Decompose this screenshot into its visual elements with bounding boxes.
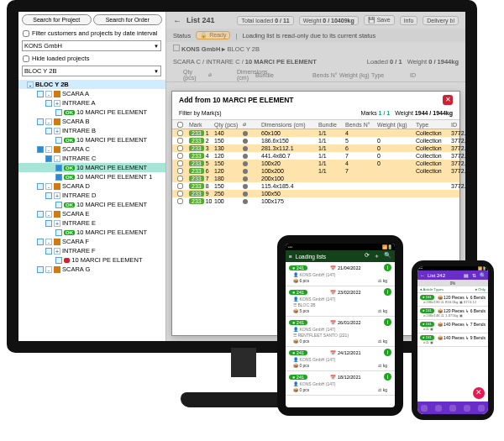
table-row[interactable]: 233 2150186.6x1501/150Collection3772.12 — [172, 137, 459, 144]
expand-icon[interactable]: - — [45, 239, 52, 245]
table-row[interactable]: 233 5150100x201/140Collection3772.38 — [172, 160, 459, 167]
tree-item[interactable]: +INTRARE E — [18, 218, 165, 228]
tree-item[interactable]: -SCARA E — [18, 209, 165, 218]
row-checkbox[interactable] — [177, 198, 183, 204]
tablet-list-item[interactable]: ● 241📅 18/12/2021i👤 KONS GmbH (147)📦 0 p… — [286, 371, 395, 396]
collapse-icon[interactable]: - — [27, 81, 34, 88]
row-checkbox[interactable] — [177, 191, 183, 197]
tablet-list-item[interactable]: ● 241📅 23/02/2022i👤 KONS GmbH (147)☰ BLO… — [286, 286, 395, 317]
info-icon[interactable]: i — [384, 264, 391, 271]
close-fab[interactable]: ✕ — [473, 387, 485, 399]
tree-checkbox-icon[interactable] — [45, 128, 52, 134]
tree-checkbox-icon[interactable] — [37, 118, 44, 125]
row-checkbox[interactable] — [177, 168, 183, 174]
tree-item[interactable]: +INTRARE B — [18, 126, 165, 135]
search-project-button[interactable]: Search for Project — [22, 14, 92, 25]
tree-checkbox-icon[interactable] — [37, 239, 44, 245]
filter-only[interactable]: ● Only — [475, 287, 486, 291]
tablet-list-item[interactable]: ● 241📅 21/04/2022i👤 KONS GmbH (147)📦 6 p… — [286, 262, 395, 286]
tree-item[interactable]: OK10 MARCI PE ELEMENT 1 — [18, 172, 165, 181]
tree-item[interactable]: +INTRARE D — [18, 191, 165, 200]
search-icon[interactable]: 🔍 — [480, 272, 486, 278]
tablet-list-item[interactable]: ● 241📅 24/12/2021i👤 KONS GmbH (147)📦 0 p… — [286, 347, 395, 371]
row-checkbox[interactable] — [177, 153, 183, 159]
project-select[interactable]: BLOC Y 2B ▼ — [22, 66, 161, 76]
tree-item[interactable]: OK10 MARCI PE ELEMENT — [18, 108, 165, 117]
tree-root[interactable]: - BLOC Y 2B — [18, 80, 165, 89]
expand-icon[interactable]: - — [45, 146, 52, 153]
tree-checkbox-icon[interactable] — [37, 91, 44, 97]
row-checkbox[interactable] — [177, 145, 183, 151]
tablet-list-item[interactable]: ● 241📅 26/01/2022i👤 KONS GmbH (147)☰ REN… — [286, 317, 395, 347]
phone-filter-row[interactable]: ● Article Types ● Only — [417, 286, 488, 293]
info-icon[interactable]: i — [384, 373, 391, 381]
tree-item[interactable]: -SCARA F — [18, 237, 165, 246]
tree-item[interactable]: 10 MARCI PE ELEMENT — [18, 255, 165, 265]
expand-icon[interactable]: - — [45, 183, 52, 190]
row-checkbox[interactable] — [177, 176, 183, 181]
nav-icon-2[interactable] — [435, 405, 442, 412]
hide-loaded-checkbox[interactable] — [23, 55, 29, 62]
tree-checkbox-icon[interactable] — [37, 146, 44, 153]
row-checkbox[interactable] — [177, 130, 183, 136]
refresh-icon[interactable]: ⟳ — [365, 252, 370, 260]
tree-item[interactable]: OK10 MARCI PE ELEMENT — [18, 228, 165, 237]
select-all-checkbox[interactable] — [177, 122, 183, 128]
tree-item[interactable]: OK10 MARCI PE ELEMENT — [18, 163, 165, 172]
expand-icon[interactable]: + — [54, 128, 60, 134]
table-row[interactable]: 233 3130281.3x112.11/160Collection3772.3… — [172, 144, 459, 152]
row-checkbox[interactable] — [177, 183, 183, 189]
tree-item[interactable]: OK10 MARCI PE ELEMENT — [18, 200, 165, 209]
tree-item[interactable]: -SCARA G — [18, 265, 165, 274]
row-checkbox[interactable] — [177, 160, 183, 166]
row-checkbox[interactable] — [177, 138, 183, 144]
table-row[interactable]: 233 10100100x175 — [172, 197, 459, 205]
tree-checkbox-icon[interactable] — [45, 220, 52, 227]
phone-list-item[interactable]: ● 241📦 120 Pieces ↳ 6 Bends⌀ 246x146 ⚖ 1… — [417, 307, 488, 320]
sort-icon[interactable]: ⇅ — [472, 272, 476, 278]
scan-icon[interactable]: ▤ — [464, 272, 469, 278]
close-icon[interactable]: ✕ — [443, 95, 453, 105]
phone-list-item[interactable]: ● 241📦 140 Pieces ↳ 7 Bends⌀ ⚖ ▣ — [417, 320, 488, 333]
tree-item[interactable]: -INTRARE C — [18, 154, 165, 163]
expand-icon[interactable]: - — [45, 211, 52, 218]
expand-icon[interactable]: - — [45, 266, 52, 273]
tree-item[interactable]: +INTRARE A — [18, 98, 165, 108]
search-icon[interactable]: 🔍 — [384, 252, 391, 260]
expand-icon[interactable]: + — [54, 220, 60, 227]
tree-checkbox-icon[interactable] — [55, 109, 62, 116]
add-icon[interactable]: ＋ — [374, 252, 380, 260]
info-icon[interactable]: i — [384, 349, 391, 356]
table-row[interactable]: 233 4120441.4x80.71/170Collection3772.37 — [172, 152, 459, 160]
nav-icon-1[interactable] — [421, 405, 428, 412]
tree-item[interactable]: -SCARA C — [18, 144, 165, 154]
tree-checkbox-icon[interactable] — [55, 174, 62, 181]
tree-item[interactable]: -SCARA B — [18, 117, 165, 126]
expand-icon[interactable]: + — [54, 100, 60, 107]
tree-item[interactable]: -SCARA A — [18, 89, 165, 98]
expand-icon[interactable]: + — [54, 248, 60, 255]
tree-checkbox-icon[interactable] — [37, 266, 44, 273]
customer-select[interactable]: KONS GmbH ▼ — [22, 40, 161, 51]
info-icon[interactable]: i — [384, 288, 391, 296]
expand-icon[interactable]: - — [54, 155, 60, 162]
back-icon[interactable]: ← — [420, 273, 425, 278]
tree-checkbox-icon[interactable] — [45, 192, 52, 199]
tree-checkbox-icon[interactable] — [55, 165, 62, 171]
info-icon[interactable]: i — [384, 318, 391, 326]
tree-checkbox-icon[interactable] — [45, 248, 52, 255]
tree-checkbox-icon[interactable] — [55, 229, 62, 236]
nav-icon-3[interactable] — [449, 405, 456, 412]
filter-date-checkbox[interactable] — [23, 30, 29, 37]
expand-icon[interactable]: + — [54, 192, 60, 199]
tree-checkbox-icon[interactable] — [37, 183, 44, 190]
tree-checkbox-icon[interactable] — [55, 202, 62, 208]
phone-list-item[interactable]: ● 241📦 120 Pieces ↳ 6 Bends⌀ 236x190 ⚖ 8… — [417, 293, 488, 307]
tree-checkbox-icon[interactable] — [55, 257, 62, 264]
filter-article-types[interactable]: ● Article Types — [420, 287, 444, 291]
nav-icon-5[interactable] — [478, 405, 485, 412]
table-row[interactable]: 233 9250100x50 — [172, 190, 459, 197]
table-row[interactable]: 233 6120100x2001/17Collection3772.4 — [172, 167, 459, 175]
table-row[interactable]: 233 8150115.4x185.43772.42 — [172, 182, 459, 190]
tree-checkbox-icon[interactable] — [45, 100, 52, 107]
